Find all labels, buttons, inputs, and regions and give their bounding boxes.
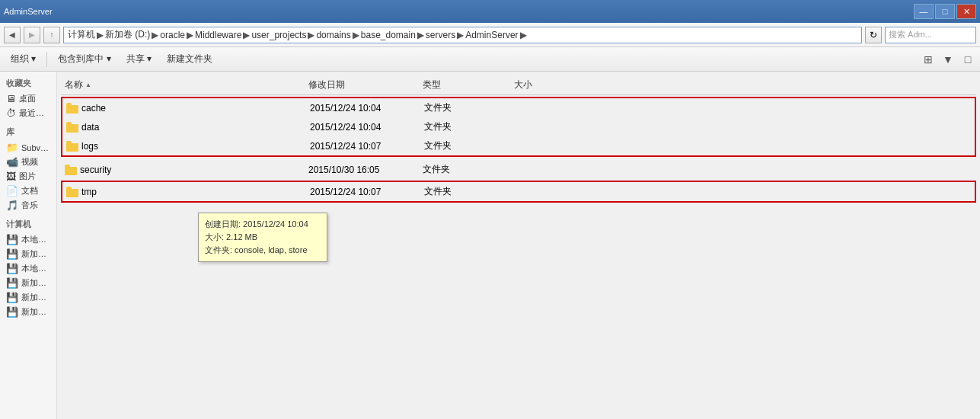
maximize-button[interactable]: □	[935, 4, 955, 19]
sidebar-label-subversion: Subver...	[21, 143, 50, 152]
file-size-data	[512, 126, 588, 129]
file-row-security[interactable]: security 2015/10/30 16:05 文件夹	[61, 160, 976, 179]
folder-icon-tmp	[66, 187, 78, 197]
forward-button[interactable]: ▶	[24, 27, 40, 43]
folder-icon-cache	[66, 103, 78, 114]
path-servers[interactable]: servers	[426, 30, 455, 40]
toolbar: 组织 ▾ 包含到库中 ▾ 共享 ▾ 新建文件夹 ⊞ ▼ □	[0, 47, 980, 72]
sidebar-title-favorites: 收藏夹	[0, 75, 56, 91]
extra-view-icon[interactable]: □	[959, 51, 976, 68]
pictures-icon: 🖼	[6, 171, 16, 182]
sidebar-item-pictures[interactable]: 🖼 图片	[0, 169, 56, 184]
view-dropdown-icon[interactable]: ▼	[940, 51, 956, 68]
sidebar-label-local-e: 本地磁盘	[21, 263, 50, 274]
file-name-logs: logs	[62, 139, 306, 153]
file-name-tmp: tmp	[62, 185, 306, 199]
sidebar-item-drive-f[interactable]: 💾 新加卷 (F:	[0, 276, 56, 290]
file-type-cache: 文件夹	[420, 100, 512, 116]
header-type[interactable]: 类型	[419, 77, 510, 93]
file-row-cache[interactable]: cache 2015/12/24 10:04 文件夹	[62, 98, 975, 117]
header-name[interactable]: 名称 ▲	[61, 77, 305, 93]
sidebar-item-drive-g[interactable]: 💾 新加卷 (G:	[0, 290, 56, 305]
main-layout: 收藏夹 🖥 桌面 ⏱ 最近访问... 库 📁 Subver... 📹 视频 🖼	[0, 72, 980, 419]
file-size-logs	[512, 145, 588, 148]
close-button[interactable]: ✕	[956, 4, 976, 19]
search-placeholder: 搜索 Adm...	[889, 29, 932, 40]
sidebar-title-computer: 计算机	[0, 216, 56, 232]
disk-h-icon: 💾	[6, 306, 18, 318]
documents-icon: 📄	[6, 185, 18, 197]
sidebar-item-music[interactable]: 🎵 音乐	[0, 198, 56, 213]
file-modified-security: 2015/10/30 16:05	[305, 163, 419, 177]
up-button[interactable]: ↑	[43, 27, 60, 43]
sidebar-section-favorites: 收藏夹 🖥 桌面 ⏱ 最近访问...	[0, 75, 56, 120]
address-path[interactable]: 计算机 ▶ 新加卷 (D:) ▶ oracle ▶ Middleware ▶ u…	[63, 27, 862, 43]
sidebar-item-recent[interactable]: ⏱ 最近访问...	[0, 106, 56, 120]
path-adminserver[interactable]: AdminServer	[465, 30, 518, 40]
sidebar-item-local-e[interactable]: 💾 本地磁盘	[0, 261, 56, 276]
sidebar-label-music: 音乐	[21, 200, 38, 211]
folder-icon-data	[66, 122, 78, 133]
path-userprojects[interactable]: user_projects	[251, 30, 306, 40]
folder-tooltip: 创建日期: 2015/12/24 10:04 大小: 2.12 MB 文件夹: …	[198, 213, 327, 262]
sidebar-label-drive-g: 新加卷 (G:	[21, 292, 50, 303]
tooltip-created: 创建日期: 2015/12/24 10:04	[205, 219, 321, 230]
file-scroll[interactable]: 名称 ▲ 修改日期 类型 大小 cache	[57, 72, 980, 419]
sidebar-item-subversion[interactable]: 📁 Subver...	[0, 140, 56, 155]
sidebar-item-local-c[interactable]: 💾 本地磁盘	[0, 232, 56, 247]
file-size-cache	[512, 107, 588, 110]
sort-arrow-icon: ▲	[85, 82, 91, 88]
path-middleware[interactable]: Middleware	[195, 30, 241, 40]
disk-f-icon: 💾	[6, 277, 18, 289]
file-row-logs[interactable]: logs 2015/12/24 10:07 文件夹	[62, 136, 975, 155]
sidebar-item-documents[interactable]: 📄 文档	[0, 184, 56, 198]
header-modified[interactable]: 修改日期	[305, 77, 419, 93]
disk-c-icon: 💾	[6, 234, 18, 245]
desktop-icon: 🖥	[6, 93, 16, 104]
organize-button[interactable]: 组织 ▾	[4, 50, 43, 69]
title-bar: AdminServer — □ ✕	[0, 0, 980, 23]
video-icon: 📹	[6, 156, 18, 168]
file-name-data: data	[62, 120, 306, 134]
tooltip-size: 大小: 2.12 MB	[205, 232, 321, 243]
sidebar-item-drive-h[interactable]: 💾 新加卷 (H:	[0, 305, 56, 319]
file-row-data[interactable]: data 2015/12/24 10:04 文件夹	[62, 117, 975, 136]
minimize-button[interactable]: —	[914, 4, 934, 19]
file-type-security: 文件夹	[419, 162, 510, 178]
refresh-button[interactable]: ↻	[865, 27, 882, 43]
share-button[interactable]: 共享 ▾	[120, 50, 158, 69]
sidebar-item-desktop[interactable]: 🖥 桌面	[0, 91, 56, 106]
file-row-tmp[interactable]: tmp 2015/12/24 10:07 文件夹	[62, 182, 975, 201]
path-computer[interactable]: 计算机	[68, 28, 95, 41]
file-name-cache: cache	[62, 101, 306, 115]
path-drive[interactable]: 新加卷 (D:)	[105, 28, 150, 41]
sidebar-section-computer: 计算机 💾 本地磁盘 💾 新加卷 (D 💾 本地磁盘 💾 新加卷 (F: 💾 新…	[0, 216, 56, 319]
include-button[interactable]: 包含到库中 ▾	[51, 50, 117, 69]
sidebar-section-library: 库 📁 Subver... 📹 视频 🖼 图片 📄 文档 🎵 音乐	[0, 124, 56, 213]
music-icon: 🎵	[6, 200, 18, 211]
toolbar-separator-1	[46, 52, 47, 67]
sidebar-label-drive-f: 新加卷 (F:	[21, 277, 50, 289]
path-oracle[interactable]: oracle	[160, 30, 185, 40]
sidebar-item-video[interactable]: 📹 视频	[0, 155, 56, 169]
header-size[interactable]: 大小	[510, 77, 586, 93]
back-button[interactable]: ◀	[4, 27, 21, 43]
sidebar-label-desktop: 桌面	[19, 93, 36, 104]
title-bar-controls: — □ ✕	[914, 4, 976, 19]
disk-d-icon: 💾	[6, 248, 18, 260]
recent-icon: ⏱	[6, 107, 16, 119]
sidebar-label-pictures: 图片	[19, 171, 36, 182]
selection-group-bottom: tmp 2015/12/24 10:07 文件夹	[61, 181, 976, 203]
sidebar-item-drive-d[interactable]: 💾 新加卷 (D	[0, 247, 56, 261]
path-basedomain[interactable]: base_domain	[361, 30, 416, 40]
title-bar-left: AdminServer	[4, 7, 53, 16]
file-name-security: security	[61, 163, 305, 177]
sidebar-label-drive-d: 新加卷 (D	[21, 248, 50, 260]
search-box[interactable]: 搜索 Adm...	[885, 27, 976, 43]
disk-g-icon: 💾	[6, 292, 18, 303]
file-modified-logs: 2015/12/24 10:07	[306, 139, 420, 153]
new-folder-button[interactable]: 新建文件夹	[160, 50, 219, 69]
path-domains[interactable]: domains	[316, 30, 350, 40]
sidebar-label-video: 视频	[21, 156, 38, 168]
view-icon[interactable]: ⊞	[920, 51, 937, 68]
